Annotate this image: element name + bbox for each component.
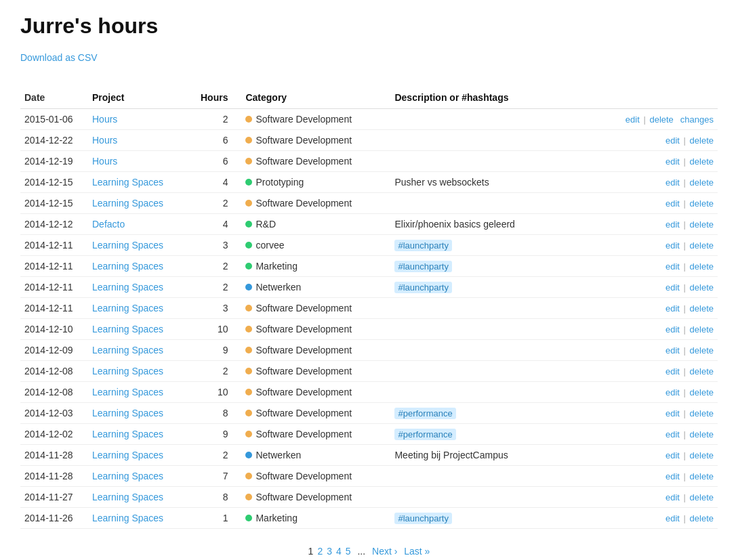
delete-link[interactable]: delete bbox=[690, 387, 714, 397]
edit-link[interactable]: edit bbox=[626, 114, 640, 125]
delete-link[interactable]: delete bbox=[690, 324, 714, 335]
project-link[interactable]: Learning Spaces bbox=[92, 240, 163, 251]
cell-project[interactable]: Learning Spaces bbox=[88, 508, 197, 529]
delete-link[interactable]: delete bbox=[690, 303, 714, 314]
cell-project[interactable]: Learning Spaces bbox=[88, 445, 197, 466]
edit-link[interactable]: edit bbox=[665, 303, 680, 314]
delete-link[interactable]: delete bbox=[690, 471, 714, 481]
delete-link[interactable]: delete bbox=[690, 219, 714, 230]
page-link-3[interactable]: 3 bbox=[327, 546, 332, 557]
edit-link[interactable]: edit bbox=[665, 366, 680, 376]
edit-link[interactable]: edit bbox=[665, 492, 680, 502]
delete-link[interactable]: delete bbox=[690, 513, 714, 523]
edit-link[interactable]: edit bbox=[665, 261, 680, 272]
edit-link[interactable]: edit bbox=[665, 345, 680, 356]
project-link[interactable]: Hours bbox=[92, 114, 117, 125]
cell-project[interactable]: Learning Spaces bbox=[88, 172, 197, 193]
edit-link[interactable]: edit bbox=[665, 282, 680, 293]
project-link[interactable]: Learning Spaces bbox=[92, 366, 163, 376]
project-link[interactable]: Learning Spaces bbox=[92, 261, 163, 272]
edit-link[interactable]: edit bbox=[665, 198, 680, 209]
category-dot-icon bbox=[245, 410, 252, 416]
edit-link[interactable]: edit bbox=[665, 156, 680, 167]
edit-link[interactable]: edit bbox=[665, 177, 680, 188]
edit-link[interactable]: edit bbox=[665, 135, 680, 146]
cell-project[interactable]: Learning Spaces bbox=[88, 256, 197, 277]
cell-actions: edit | delete bbox=[621, 508, 718, 529]
project-link[interactable]: Learning Spaces bbox=[92, 198, 163, 209]
cell-project[interactable]: Learning Spaces bbox=[88, 466, 197, 487]
category-dot-icon bbox=[245, 263, 252, 270]
cell-project[interactable]: Hours bbox=[88, 151, 197, 172]
action-separator: | bbox=[681, 450, 689, 460]
edit-link[interactable]: edit bbox=[665, 429, 680, 439]
project-link[interactable]: Defacto bbox=[92, 219, 125, 230]
page-link-1[interactable]: 1 bbox=[308, 546, 314, 557]
delete-link[interactable]: delete bbox=[690, 156, 714, 167]
changes-link[interactable]: changes bbox=[680, 114, 714, 125]
edit-link[interactable]: edit bbox=[665, 408, 680, 418]
cell-date: 2014-12-08 bbox=[20, 361, 88, 382]
edit-link[interactable]: edit bbox=[665, 471, 680, 481]
project-link[interactable]: Learning Spaces bbox=[92, 345, 163, 356]
project-link[interactable]: Learning Spaces bbox=[92, 450, 163, 460]
delete-link[interactable]: delete bbox=[649, 114, 673, 125]
delete-link[interactable]: delete bbox=[690, 366, 714, 376]
download-csv-link[interactable]: Download as CSV bbox=[20, 52, 98, 63]
project-link[interactable]: Learning Spaces bbox=[92, 282, 163, 293]
cell-project[interactable]: Learning Spaces bbox=[88, 277, 197, 298]
pagination-last-link[interactable]: Last » bbox=[404, 546, 430, 557]
cell-project[interactable]: Learning Spaces bbox=[88, 361, 197, 382]
table-row: 2014-12-22Hours6Software Developmentedit… bbox=[20, 130, 718, 151]
page-link-4[interactable]: 4 bbox=[336, 546, 342, 557]
cell-project[interactable]: Learning Spaces bbox=[88, 235, 197, 256]
cell-project[interactable]: Hours bbox=[88, 130, 197, 151]
project-link[interactable]: Learning Spaces bbox=[92, 429, 163, 439]
cell-project[interactable]: Defacto bbox=[88, 214, 197, 235]
project-link[interactable]: Learning Spaces bbox=[92, 387, 163, 397]
pagination-next-link[interactable]: Next › bbox=[372, 546, 397, 557]
cell-actions: edit | delete bbox=[621, 319, 718, 340]
delete-link[interactable]: delete bbox=[690, 198, 714, 209]
cell-project[interactable]: Learning Spaces bbox=[88, 382, 197, 403]
delete-link[interactable]: delete bbox=[690, 408, 714, 418]
cell-project[interactable]: Learning Spaces bbox=[88, 424, 197, 445]
edit-link[interactable]: edit bbox=[665, 513, 680, 523]
delete-link[interactable]: delete bbox=[690, 450, 714, 460]
cell-project[interactable]: Learning Spaces bbox=[88, 319, 197, 340]
cell-project[interactable]: Learning Spaces bbox=[88, 340, 197, 361]
delete-link[interactable]: delete bbox=[690, 135, 714, 146]
delete-link[interactable]: delete bbox=[690, 282, 714, 293]
cell-project[interactable]: Learning Spaces bbox=[88, 403, 197, 424]
project-link[interactable]: Learning Spaces bbox=[92, 408, 163, 418]
delete-link[interactable]: delete bbox=[690, 345, 714, 356]
project-link[interactable]: Learning Spaces bbox=[92, 471, 163, 481]
delete-link[interactable]: delete bbox=[690, 240, 714, 251]
delete-link[interactable]: delete bbox=[690, 261, 714, 272]
project-link[interactable]: Learning Spaces bbox=[92, 177, 163, 188]
project-link[interactable]: Hours bbox=[92, 156, 117, 167]
delete-link[interactable]: delete bbox=[690, 177, 714, 188]
table-row: 2014-12-09Learning Spaces9Software Devel… bbox=[20, 340, 718, 361]
project-link[interactable]: Learning Spaces bbox=[92, 513, 163, 523]
project-link[interactable]: Hours bbox=[92, 135, 117, 146]
edit-link[interactable]: edit bbox=[665, 240, 680, 251]
cell-project[interactable]: Learning Spaces bbox=[88, 193, 197, 214]
cell-category: Software Development bbox=[241, 298, 390, 319]
edit-link[interactable]: edit bbox=[665, 324, 680, 335]
table-header-row: Date Project Hours Category Description … bbox=[20, 87, 718, 109]
category-text: Software Development bbox=[255, 408, 352, 418]
delete-link[interactable]: delete bbox=[690, 492, 714, 502]
project-link[interactable]: Learning Spaces bbox=[92, 492, 163, 502]
cell-project[interactable]: Hours bbox=[88, 109, 197, 130]
cell-project[interactable]: Learning Spaces bbox=[88, 298, 197, 319]
edit-link[interactable]: edit bbox=[665, 387, 680, 397]
project-link[interactable]: Learning Spaces bbox=[92, 324, 163, 335]
project-link[interactable]: Learning Spaces bbox=[92, 303, 163, 314]
cell-project[interactable]: Learning Spaces bbox=[88, 487, 197, 508]
edit-link[interactable]: edit bbox=[665, 219, 680, 230]
edit-link[interactable]: edit bbox=[665, 450, 680, 460]
page-link-5[interactable]: 5 bbox=[346, 546, 351, 557]
delete-link[interactable]: delete bbox=[690, 429, 714, 439]
page-link-2[interactable]: 2 bbox=[317, 546, 323, 557]
